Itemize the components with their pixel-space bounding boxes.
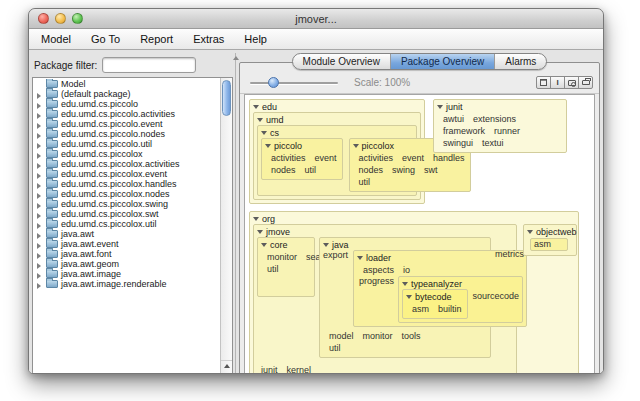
tree-item[interactable]: edu.umd.cs.piccolox.activities [33, 159, 220, 169]
expand-triangle-icon[interactable] [406, 295, 412, 299]
tree-item[interactable]: edu.umd.cs.piccolox.swing [33, 199, 220, 209]
package-name[interactable]: org [262, 214, 275, 224]
package-box-jmove[interactable]: jmove core monitorsearch util [253, 224, 517, 374]
tree-horizontal-scroll-arrows[interactable] [35, 371, 51, 374]
tree-item[interactable]: java.awt [33, 229, 220, 239]
package-name[interactable]: edu [262, 102, 277, 112]
package-name[interactable]: objectweb [536, 227, 577, 237]
package-label[interactable]: event [402, 153, 424, 163]
package-box-java[interactable]: java export loader aspectsio [319, 237, 491, 358]
package-label[interactable]: extensions [473, 114, 516, 124]
expand-triangle-icon[interactable] [527, 230, 533, 234]
package-name[interactable]: jmove [266, 227, 290, 237]
tab-module-overview[interactable]: Module Overview [293, 54, 390, 69]
expand-triangle-icon[interactable] [402, 282, 408, 286]
zoom-button[interactable] [72, 13, 83, 24]
package-label[interactable]: junit [261, 365, 278, 374]
tree-item[interactable]: edu.umd.cs.piccolox.event [33, 169, 220, 179]
package-label[interactable]: nodes [359, 165, 384, 175]
package-label[interactable]: swingui [443, 138, 473, 148]
package-label[interactable]: nodes [271, 165, 296, 175]
package-label[interactable]: textui [482, 138, 504, 148]
tree-item[interactable]: edu.umd.cs.piccolox.swt [33, 209, 220, 219]
package-label[interactable]: monitor [267, 252, 297, 262]
package-box-objectweb[interactable]: objectweb asm [523, 224, 577, 256]
package-box-asm[interactable]: asm [530, 238, 568, 251]
scrollbar-thumb[interactable] [222, 80, 231, 116]
close-button[interactable] [38, 13, 49, 24]
package-name[interactable]: cs [270, 128, 279, 138]
package-name[interactable]: bytecode [415, 292, 452, 302]
tree-item[interactable]: edu.umd.cs.piccolo.event [33, 119, 220, 129]
menu-model[interactable]: Model [41, 33, 71, 45]
expand-triangle-icon[interactable] [265, 144, 271, 148]
package-label[interactable]: asm [534, 239, 551, 249]
scroll-down-button[interactable] [221, 370, 233, 374]
package-label[interactable]: swing [392, 165, 415, 175]
slider-track[interactable] [250, 82, 338, 84]
package-box-cs[interactable]: cs piccolo activitiesevent nodesutil [257, 125, 417, 196]
package-label[interactable]: util [329, 343, 341, 353]
package-label[interactable]: awtui [443, 114, 464, 124]
package-label[interactable]: util [359, 177, 371, 187]
expand-arrow-icon[interactable] [37, 275, 43, 293]
tree-item[interactable]: edu.umd.cs.piccolo.nodes [33, 129, 220, 139]
tree-item[interactable]: (default package) [33, 89, 220, 99]
tree-item[interactable]: Model [33, 79, 220, 89]
package-label[interactable]: kernel [287, 365, 312, 374]
tree-item[interactable]: edu.umd.cs.piccolox [33, 149, 220, 159]
diagram-canvas[interactable]: edu umd cs piccolo activitiesevent [244, 94, 595, 374]
tree-item[interactable]: edu.umd.cs.piccolo [33, 99, 220, 109]
package-box-core[interactable]: core monitorsearch util [257, 237, 315, 297]
snapshot-button[interactable] [564, 76, 579, 89]
package-label[interactable]: swt [424, 165, 438, 175]
package-label[interactable]: runner [494, 126, 520, 136]
menu-goto[interactable]: Go To [91, 33, 120, 45]
tree-item[interactable]: edu.umd.cs.piccolox.handles [33, 179, 220, 189]
package-label[interactable]: builtin [438, 304, 462, 314]
package-name[interactable]: loader [366, 253, 391, 263]
expand-triangle-icon[interactable] [437, 105, 443, 109]
package-label[interactable]: event [315, 153, 337, 163]
tree-item[interactable]: java.awt.geom [33, 259, 220, 269]
text-button[interactable]: I [550, 76, 565, 89]
package-label[interactable]: util [305, 165, 317, 175]
package-name[interactable]: core [270, 240, 288, 250]
minimize-button[interactable] [55, 13, 66, 24]
tree-item[interactable]: java.awt.image [33, 269, 220, 279]
package-filter-input[interactable] [102, 57, 196, 73]
expand-triangle-icon[interactable] [357, 256, 363, 260]
tab-package-overview[interactable]: Package Overview [390, 54, 494, 69]
package-label[interactable]: framework [443, 126, 485, 136]
save-button[interactable] [536, 76, 551, 89]
tree-item[interactable]: java.awt.font [33, 249, 220, 259]
package-box-org[interactable]: org jmove core monitorsearch util [249, 211, 579, 374]
menu-report[interactable]: Report [140, 33, 173, 45]
menu-help[interactable]: Help [244, 33, 267, 45]
package-label[interactable]: progress [359, 276, 394, 286]
package-label[interactable]: monitor [363, 331, 393, 341]
package-label[interactable]: io [403, 265, 410, 275]
scroll-up-button[interactable] [221, 360, 233, 370]
package-box-edu[interactable]: edu umd cs piccolo activitiesevent [249, 99, 425, 204]
tree-item[interactable]: edu.umd.cs.piccolo.activities [33, 109, 220, 119]
package-box-umd[interactable]: umd cs piccolo activitiesevent nodesutil [253, 112, 421, 200]
expand-triangle-icon[interactable] [253, 217, 259, 221]
package-box-loader[interactable]: loader aspectsio progress typeanalyzer [353, 250, 527, 327]
expand-triangle-icon[interactable] [257, 118, 263, 122]
package-label[interactable]: activities [271, 153, 306, 163]
package-name[interactable]: piccolo [274, 141, 302, 151]
package-label[interactable]: handles [433, 153, 465, 163]
expand-triangle-icon[interactable] [257, 230, 263, 234]
package-name[interactable]: junit [446, 102, 463, 112]
package-box-typeanalyzer[interactable]: typeanalyzer bytecode asmbuiltin [398, 276, 523, 323]
tree-item[interactable]: java.awt.image.renderable [33, 279, 220, 289]
package-label[interactable]: export [323, 250, 348, 260]
tree-item[interactable]: edu.umd.cs.piccolo.util [33, 139, 220, 149]
print-button[interactable] [578, 76, 593, 89]
slider-knob[interactable] [268, 77, 279, 88]
package-label[interactable]: aspects [363, 265, 394, 275]
package-name[interactable]: piccolox [362, 141, 395, 151]
package-name[interactable]: typeanalyzer [411, 279, 462, 289]
tree-item[interactable]: edu.umd.cs.piccolox.util [33, 219, 220, 229]
